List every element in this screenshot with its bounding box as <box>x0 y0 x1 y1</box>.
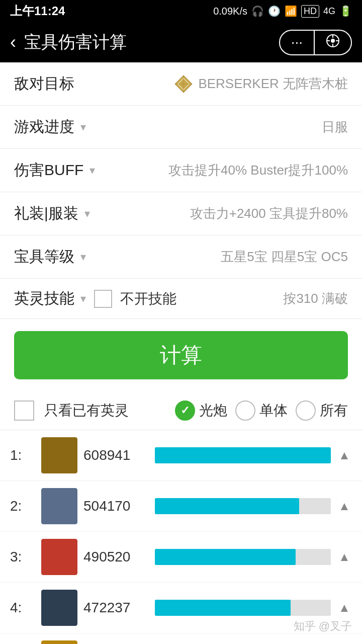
result-expand-1[interactable]: ▲ <box>337 448 352 462</box>
result-avatar-1 <box>41 437 77 473</box>
only-owned-label: 只看已有英灵 <box>44 401 129 420</box>
only-owned-checkbox[interactable] <box>14 400 34 421</box>
more-button[interactable]: ··· <box>280 31 315 54</box>
status-bar: 上午11:24 0.09K/s 🎧 🕐 📶 HD 4G 🔋 <box>0 0 362 22</box>
result-item-4[interactable]: 4: 472237 ▲ <box>0 583 362 633</box>
game-progress-value: 日服 <box>322 118 348 136</box>
result-bar-wrap-3 <box>155 549 331 565</box>
result-score-4: 472237 <box>83 600 149 616</box>
result-item-1[interactable]: 1: 608941 ▲ <box>0 430 362 481</box>
costume-dropdown-icon: ▾ <box>84 207 90 220</box>
results-list: 1: 608941 ▲ 2: 504170 ▲ 3: 490520 ▲ 4: <box>0 430 362 644</box>
radio-all-label: 所有 <box>320 401 348 420</box>
hd-badge: HD <box>301 5 319 18</box>
no-skill-label: 不开技能 <box>120 289 176 308</box>
costume-value: 攻击力+2400 宝具提升80% <box>190 205 348 222</box>
settings-content: 敌对目标 BERSERKER 无阵营木桩 游戏进度 ▾ 日服 伤害BUFF ▾ … <box>0 62 362 319</box>
enemy-target-row[interactable]: 敌对目标 BERSERKER 无阵营木桩 <box>0 62 362 106</box>
result-bar-3 <box>155 549 296 565</box>
result-item-5[interactable]: 5: 467469 ▲ <box>0 633 362 644</box>
skills-label: 英灵技能 ▾ <box>14 288 86 309</box>
game-progress-row[interactable]: 游戏进度 ▾ 日服 <box>0 106 362 149</box>
status-time: 上午11:24 <box>10 3 65 19</box>
result-avatar-2 <box>41 488 77 524</box>
header-action-group: ··· <box>279 30 352 55</box>
result-bar-wrap-2 <box>155 498 331 514</box>
damage-buff-value: 攻击提升40% Buster提升100% <box>168 162 348 179</box>
diamond-icon <box>174 74 193 94</box>
calc-button-wrap: 计算 <box>0 319 362 391</box>
skills-right-value: 按310 满破 <box>283 290 348 307</box>
enemy-target-label: 敌对目标 <box>14 73 74 94</box>
result-item-3[interactable]: 3: 490520 ▲ <box>0 532 362 583</box>
costume-label: 礼装|服装 ▾ <box>14 203 90 224</box>
result-item-2[interactable]: 2: 504170 ▲ <box>0 481 362 532</box>
result-expand-2[interactable]: ▲ <box>337 499 352 513</box>
result-rank-4: 4: <box>10 600 35 616</box>
signal-icon: 📶 <box>285 5 297 17</box>
svg-point-1 <box>331 39 335 43</box>
result-expand-3[interactable]: ▲ <box>337 550 352 564</box>
noble-level-label: 宝具等级 ▾ <box>14 247 86 267</box>
radio-buster-circle[interactable] <box>175 400 195 421</box>
radio-single-circle[interactable] <box>235 400 255 421</box>
costume-row[interactable]: 礼装|服装 ▾ 攻击力+2400 宝具提升80% <box>0 192 362 235</box>
radio-buster-label: 光炮 <box>199 401 227 420</box>
status-icons: 0.09K/s 🎧 🕐 📶 HD 4G 🔋 <box>213 5 352 18</box>
game-progress-label: 游戏进度 ▾ <box>14 117 86 137</box>
result-avatar-3 <box>41 539 77 575</box>
result-expand-4[interactable]: ▲ <box>337 601 352 615</box>
noble-level-value: 五星5宝 四星5宝 OC5 <box>221 248 348 266</box>
result-bar-2 <box>155 498 299 514</box>
back-button[interactable]: ‹ <box>10 32 16 53</box>
network-speed: 0.09K/s <box>213 6 247 17</box>
result-rank-3: 3: <box>10 549 35 565</box>
4g-badge: 4G <box>323 6 335 17</box>
battery-icon: 🔋 <box>339 5 352 17</box>
damage-buff-dropdown-icon: ▾ <box>89 164 95 177</box>
result-bar-wrap-4 <box>155 600 331 616</box>
no-skill-checkbox[interactable] <box>94 290 112 308</box>
result-bar-1 <box>155 447 331 463</box>
target-button[interactable] <box>315 31 351 54</box>
header: ‹ 宝具伤害计算 ··· <box>0 22 362 62</box>
result-score-2: 504170 <box>83 498 149 514</box>
skills-left: 英灵技能 ▾ 不开技能 <box>14 288 176 309</box>
enemy-target-value: BERSERKER 无阵营木桩 <box>174 74 348 94</box>
result-score-1: 608941 <box>83 447 149 463</box>
page-title: 宝具伤害计算 <box>24 31 127 54</box>
headphone-icon: 🎧 <box>251 5 264 17</box>
radio-single-label: 单体 <box>259 401 288 420</box>
damage-buff-row[interactable]: 伤害BUFF ▾ 攻击提升40% Buster提升100% <box>0 149 362 192</box>
result-rank-2: 2: <box>10 498 35 514</box>
result-score-3: 490520 <box>83 549 149 565</box>
radio-all[interactable]: 所有 <box>296 400 348 421</box>
radio-all-circle[interactable] <box>296 400 316 421</box>
target-icon <box>326 34 340 48</box>
result-avatar-5 <box>41 640 77 644</box>
skills-row: 英灵技能 ▾ 不开技能 按310 满破 <box>0 279 362 319</box>
filter-row: 只看已有英灵 光炮 单体 所有 <box>0 391 362 430</box>
skills-dropdown-icon: ▾ <box>80 292 86 305</box>
result-bar-4 <box>155 600 291 616</box>
damage-buff-label: 伤害BUFF ▾ <box>14 160 95 181</box>
noble-level-row[interactable]: 宝具等级 ▾ 五星5宝 四星5宝 OC5 <box>0 235 362 279</box>
radio-buster[interactable]: 光炮 <box>175 400 227 421</box>
result-rank-1: 1: <box>10 447 35 463</box>
radio-single[interactable]: 单体 <box>235 400 288 421</box>
result-avatar-4 <box>41 590 77 626</box>
clock-icon: 🕐 <box>268 5 281 17</box>
header-left: ‹ 宝具伤害计算 <box>10 31 127 54</box>
radio-group: 光炮 单体 所有 <box>175 400 348 421</box>
game-progress-dropdown-icon: ▾ <box>80 121 86 134</box>
calc-button[interactable]: 计算 <box>14 331 348 379</box>
result-bar-wrap-1 <box>155 447 331 463</box>
noble-level-dropdown-icon: ▾ <box>80 251 86 264</box>
